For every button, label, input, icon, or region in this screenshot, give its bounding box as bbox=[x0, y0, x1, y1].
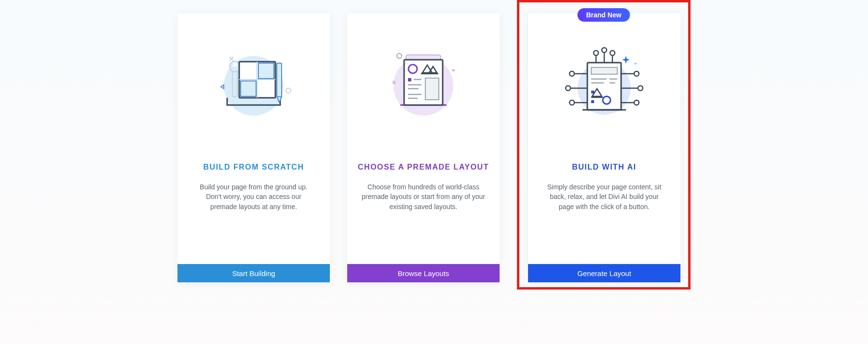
svg-rect-3 bbox=[233, 63, 237, 66]
card-premade-layout: CHOOSE A PREMADE LAYOUT Choose from hund… bbox=[347, 13, 500, 282]
svg-rect-58 bbox=[591, 100, 594, 103]
build-scratch-icon bbox=[205, 42, 302, 129]
svg-rect-20 bbox=[408, 78, 411, 81]
card-description: Simply describe your page content, sit b… bbox=[528, 182, 680, 212]
card-title: BUILD WITH AI bbox=[572, 163, 637, 172]
svg-marker-11 bbox=[221, 85, 224, 89]
svg-point-42 bbox=[594, 51, 598, 55]
browse-layouts-button[interactable]: Browse Layouts bbox=[347, 264, 500, 282]
svg-rect-49 bbox=[591, 67, 617, 74]
svg-rect-24 bbox=[425, 78, 439, 100]
svg-point-44 bbox=[610, 51, 615, 55]
svg-rect-57 bbox=[591, 91, 594, 93]
generate-layout-button[interactable]: Generate Layout bbox=[528, 264, 680, 282]
premade-illustration bbox=[347, 13, 500, 148]
svg-point-36 bbox=[634, 71, 639, 76]
layout-options-container: BUILD FROM SCRATCH Build your page from … bbox=[177, 13, 691, 290]
ai-illustration bbox=[528, 13, 680, 148]
card-description: Choose from hundreds of world-class prem… bbox=[347, 182, 500, 212]
svg-point-27 bbox=[397, 53, 402, 58]
svg-point-30 bbox=[570, 71, 574, 76]
scratch-illustration bbox=[177, 13, 330, 148]
start-building-button[interactable]: Start Building bbox=[177, 264, 330, 282]
svg-rect-9 bbox=[277, 63, 282, 97]
svg-point-12 bbox=[286, 88, 291, 93]
svg-rect-7 bbox=[258, 63, 274, 79]
brand-new-badge: Brand New bbox=[577, 8, 630, 22]
svg-point-32 bbox=[570, 100, 574, 105]
card-description: Build your page from the ground up. Don'… bbox=[177, 182, 330, 212]
card-build-from-scratch: BUILD FROM SCRATCH Build your page from … bbox=[177, 13, 330, 282]
svg-point-38 bbox=[634, 100, 639, 105]
card-title: CHOOSE A PREMADE LAYOUT bbox=[358, 163, 489, 172]
svg-point-43 bbox=[602, 48, 607, 53]
svg-rect-8 bbox=[241, 81, 256, 96]
svg-point-37 bbox=[638, 86, 643, 91]
svg-point-28 bbox=[452, 69, 455, 72]
svg-point-31 bbox=[566, 86, 570, 91]
card-build-with-ai: BUILD WITH AI Simply describe your page … bbox=[528, 13, 680, 282]
highlighted-card-frame: Brand New bbox=[517, 0, 691, 290]
build-ai-icon bbox=[554, 42, 655, 129]
card-title: BUILD FROM SCRATCH bbox=[203, 163, 304, 172]
svg-rect-1 bbox=[232, 70, 237, 97]
premade-layout-icon bbox=[375, 42, 472, 129]
